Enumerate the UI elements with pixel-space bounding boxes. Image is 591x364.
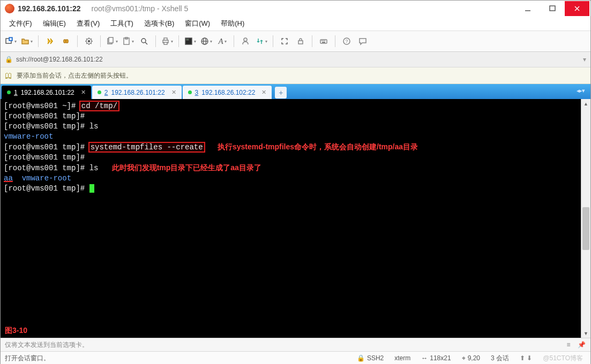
maximize-button[interactable] (540, 1, 565, 16)
status-termtype: xterm (391, 354, 414, 362)
paste-button[interactable] (121, 34, 135, 48)
figure-label: 图3-10 (5, 325, 27, 336)
scroll-down-icon[interactable]: ▼ (581, 329, 590, 338)
svg-point-26 (244, 38, 247, 41)
keymap-button[interactable] (317, 34, 331, 48)
svg-point-16 (141, 39, 146, 43)
broadcast-bar: 仅将文本发送到当前选项卡。 ≡ 📌 (1, 338, 590, 351)
info-bar: 🕮 要添加当前会话，点击左侧的箭头按钮。 (1, 67, 590, 84)
font-button[interactable]: A (215, 34, 229, 48)
find-button[interactable] (137, 34, 151, 48)
cursor-pos-icon: ⌖ (462, 354, 466, 362)
vertical-scrollbar[interactable]: ▲ ▼ (581, 99, 590, 338)
svg-rect-13 (109, 37, 113, 43)
annotation-1: 执行systemd-tmpfiles命令时，系统会自动创建/tmp/aa目录 (218, 142, 418, 151)
status-size: ↔118x21 (418, 354, 454, 362)
tab-close-icon[interactable]: ✕ (81, 89, 86, 96)
menu-file[interactable]: 文件(F) (4, 18, 38, 29)
status-cursor: ⌖9,20 (459, 354, 483, 362)
menu-tabs[interactable]: 选项卡(B) (139, 18, 179, 29)
tab-number: 1 (14, 89, 18, 96)
minimize-button[interactable] (515, 1, 540, 16)
svg-point-11 (88, 41, 90, 42)
title-path: root@vms001:/tmp - Xshell 5 (92, 4, 189, 13)
status-dot-icon (98, 90, 101, 94)
svg-text:?: ? (345, 39, 348, 44)
open-button[interactable] (20, 34, 34, 48)
color-scheme-button[interactable] (183, 34, 197, 48)
scroll-track[interactable] (581, 108, 590, 329)
tab-number: 3 (195, 89, 199, 96)
broadcast-text: 仅将文本发送到当前选项卡。 (5, 340, 560, 350)
tab-nav-icon[interactable]: ◂ ▸ ▾ (577, 87, 584, 94)
lock-icon: 🔒 (5, 56, 13, 63)
tab-label: 192.168.26.101:22 (21, 89, 74, 96)
broadcast-pin-icon[interactable]: 📌 (577, 340, 586, 350)
toolbar: A ? (1, 31, 590, 52)
scroll-thumb[interactable] (582, 207, 589, 250)
title-connection: 192.168.26.101:22 (18, 4, 81, 13)
lock-icon: 🔒 (357, 354, 365, 362)
status-message: 打开会话窗口。 (5, 354, 349, 363)
terminal-cursor (89, 184, 94, 193)
tab-label: 192.168.26.102:22 (201, 89, 255, 96)
resize-icon: ↔ (421, 354, 428, 362)
new-session-button[interactable] (4, 34, 18, 48)
address-text[interactable]: ssh://root@192.168.26.101:22 (16, 56, 580, 63)
info-message: 要添加当前会话，点击左侧的箭头按钮。 (17, 71, 132, 80)
status-bar: 打开会话窗口。 🔒SSH2 xterm ↔118x21 ⌖9,20 3 会话 ⬆… (1, 351, 590, 364)
address-bar: 🔒 ssh://root@192.168.26.101:22 ▾ (1, 52, 590, 67)
title-bar: 192.168.26.101:22 root@vms001:/tmp - Xsh… (1, 1, 590, 17)
transfer-button[interactable] (255, 34, 268, 48)
svg-line-17 (145, 42, 147, 44)
lock-button[interactable] (294, 34, 308, 48)
svg-rect-20 (164, 42, 167, 44)
close-button[interactable] (565, 1, 589, 16)
session-tabs: 1 192.168.26.101:22 ✕ 2 192.168.26.101:2… (1, 84, 590, 99)
highlight-cd: cd /tmp/ (80, 102, 118, 110)
status-dot-icon (188, 90, 192, 94)
tab-session-1[interactable]: 1 192.168.26.101:22 ✕ (2, 86, 91, 99)
status-dot-icon (7, 90, 11, 94)
menu-edit[interactable]: 编辑(E) (38, 18, 71, 29)
address-dropdown-icon[interactable]: ▾ (583, 56, 586, 63)
tab-close-icon[interactable]: ✕ (261, 89, 266, 96)
broadcast-menu-icon[interactable]: ≡ (564, 340, 573, 350)
properties-button[interactable] (82, 34, 96, 48)
svg-rect-1 (550, 6, 555, 11)
encoding-button[interactable] (199, 34, 213, 48)
svg-rect-27 (298, 41, 303, 44)
fullscreen-button[interactable] (278, 34, 291, 48)
status-nav-icon[interactable]: ⬆ ⬇ (517, 354, 535, 362)
bookmark-icon[interactable]: 🕮 (5, 71, 12, 80)
tab-session-2[interactable]: 2 192.168.26.101:22 ✕ (92, 86, 182, 99)
annotation-2: 此时我们发现tmp目录下已经生成了aa目录了 (112, 163, 261, 172)
menu-view[interactable]: 查看(V) (71, 18, 105, 29)
chat-button[interactable] (356, 34, 370, 48)
reconnect-button[interactable] (43, 34, 57, 48)
tab-number: 2 (104, 89, 108, 96)
add-tab-button[interactable]: + (275, 87, 287, 98)
copy-button[interactable] (105, 34, 119, 48)
svg-rect-22 (186, 39, 189, 40)
svg-rect-28 (320, 40, 327, 43)
tab-label: 192.168.26.101:22 (111, 89, 164, 96)
tab-session-3[interactable]: 3 192.168.26.102:22 ✕ (183, 86, 272, 99)
terminal[interactable]: [root@vms001 ~]# cd /tmp/ [root@vms001 t… (1, 99, 581, 338)
print-button[interactable] (160, 34, 174, 48)
xagent-button[interactable] (238, 34, 252, 48)
app-icon (5, 4, 14, 13)
tab-close-icon[interactable]: ✕ (171, 89, 176, 96)
menu-help[interactable]: 帮助(H) (215, 18, 250, 29)
help-button[interactable]: ? (340, 34, 354, 48)
svg-rect-15 (125, 37, 128, 39)
scroll-up-icon[interactable]: ▲ (581, 99, 590, 108)
watermark: @51CTO博客 (540, 354, 586, 363)
menu-tools[interactable]: 工具(T) (105, 18, 139, 29)
status-proto: 🔒SSH2 (354, 354, 387, 362)
menu-window[interactable]: 窗口(W) (179, 18, 215, 29)
svg-rect-19 (164, 38, 167, 40)
disconnect-button[interactable] (59, 34, 73, 48)
highlight-create: systemd-tmpfiles --create (89, 143, 204, 151)
svg-rect-9 (66, 40, 68, 43)
